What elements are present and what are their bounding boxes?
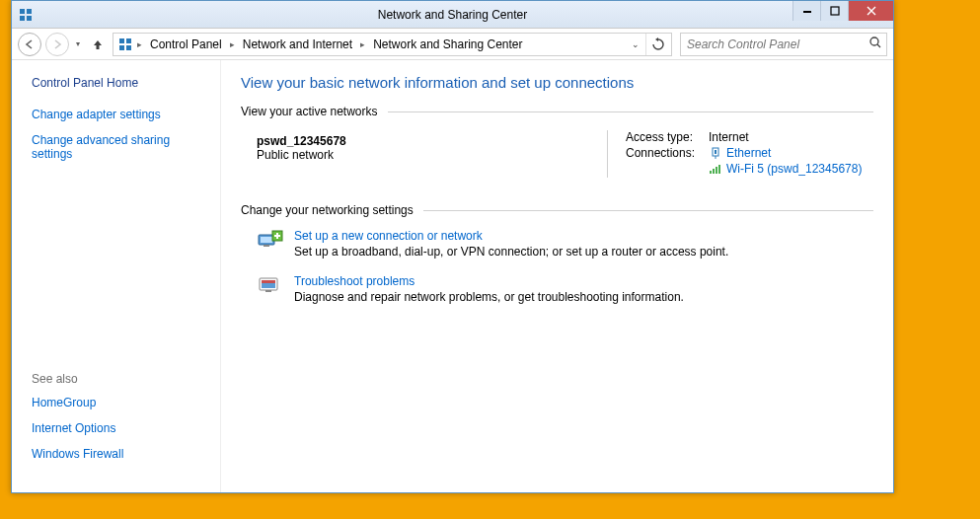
network-type: Public network: [257, 148, 607, 162]
see-also-title: See also: [32, 372, 210, 386]
network-name: pswd_12345678: [257, 134, 607, 148]
chevron-right-icon[interactable]: ▸: [358, 39, 367, 49]
svg-rect-18: [261, 237, 272, 243]
svg-rect-15: [716, 167, 717, 174]
svg-point-10: [870, 37, 878, 45]
active-networks-header: View your active networks: [241, 105, 873, 118]
setup-connection-task: Set up a new connection or network Set u…: [241, 229, 873, 259]
main-panel: View your basic network information and …: [221, 60, 893, 492]
troubleshoot-icon: [257, 274, 284, 296]
breadcrumb-network-sharing[interactable]: Network and Sharing Center: [369, 36, 526, 53]
change-settings-header: Change your networking settings: [241, 203, 873, 217]
search-icon[interactable]: [868, 36, 882, 52]
troubleshoot-link[interactable]: Troubleshoot problems: [294, 274, 415, 288]
svg-rect-12: [715, 150, 716, 154]
breadcrumb-control-panel[interactable]: Control Panel: [146, 36, 226, 53]
troubleshoot-task: Troubleshoot problems Diagnose and repai…: [241, 274, 873, 304]
forward-button[interactable]: [45, 33, 69, 56]
sidebar: Control Panel Home Change adapter settin…: [12, 60, 221, 492]
maximize-button[interactable]: [820, 1, 848, 21]
network-sharing-icon: [18, 7, 34, 23]
svg-rect-7: [126, 38, 131, 43]
svg-rect-0: [20, 9, 25, 14]
titlebar: Network and Sharing Center: [12, 1, 893, 29]
change-settings-label: Change your networking settings: [241, 203, 414, 217]
network-sharing-icon: [117, 37, 133, 52]
window-controls: [792, 1, 893, 21]
svg-rect-24: [265, 290, 271, 292]
control-panel-home-link[interactable]: Control Panel Home: [32, 76, 210, 90]
history-dropdown[interactable]: ▾: [73, 34, 83, 55]
svg-rect-5: [831, 7, 839, 15]
search-input[interactable]: [685, 37, 868, 52]
wifi-link[interactable]: Wi-Fi 5 (pswd_12345678): [726, 162, 862, 176]
troubleshoot-desc: Diagnose and repair network problems, or…: [294, 290, 873, 304]
network-details: Access type: Internet Connections: Ether…: [607, 130, 873, 178]
change-adapter-settings-link[interactable]: Change adapter settings: [32, 108, 210, 121]
address-bar[interactable]: ▸ Control Panel ▸ Network and Internet ▸…: [113, 33, 672, 56]
page-title: View your basic network information and …: [241, 74, 873, 91]
active-networks-section: pswd_12345678 Public network Access type…: [241, 130, 873, 178]
chevron-right-icon[interactable]: ▸: [135, 39, 144, 49]
access-type-value: Internet: [709, 130, 749, 144]
breadcrumb-network-internet[interactable]: Network and Internet: [239, 36, 356, 53]
windows-firewall-link[interactable]: Windows Firewall: [32, 447, 210, 461]
wifi-icon: [709, 162, 722, 176]
svg-rect-14: [713, 169, 715, 174]
up-button[interactable]: [87, 34, 109, 55]
internet-options-link[interactable]: Internet Options: [32, 421, 210, 435]
svg-rect-8: [119, 45, 124, 50]
refresh-button[interactable]: [645, 34, 669, 55]
svg-rect-19: [264, 245, 269, 247]
close-button[interactable]: [848, 1, 893, 21]
svg-rect-9: [126, 45, 131, 50]
minimize-button[interactable]: [792, 1, 820, 21]
setup-connection-desc: Set up a broadband, dial-up, or VPN conn…: [294, 245, 873, 259]
svg-rect-23: [262, 280, 275, 283]
search-box[interactable]: [680, 33, 887, 56]
setup-connection-link[interactable]: Set up a new connection or network: [294, 229, 483, 243]
back-button[interactable]: [18, 33, 41, 56]
ethernet-icon: [709, 146, 722, 160]
access-type-label: Access type:: [626, 130, 709, 144]
change-advanced-sharing-link[interactable]: Change advanced sharing settings: [32, 133, 210, 161]
svg-rect-16: [718, 165, 720, 174]
active-networks-label: View your active networks: [241, 105, 378, 118]
navigation-bar: ▾ ▸ Control Panel ▸ Network and Internet…: [12, 29, 893, 60]
chevron-down-icon[interactable]: ⌄: [626, 39, 645, 49]
setup-connection-icon: [257, 229, 284, 251]
svg-rect-1: [27, 9, 32, 14]
svg-rect-4: [803, 11, 811, 13]
content-area: Control Panel Home Change adapter settin…: [12, 60, 893, 492]
svg-rect-6: [119, 38, 124, 43]
see-also-section: See also HomeGroup Internet Options Wind…: [32, 372, 210, 482]
connections-label: Connections:: [626, 146, 709, 160]
ethernet-link[interactable]: Ethernet: [726, 146, 771, 160]
svg-rect-13: [710, 171, 712, 174]
window: Network and Sharing Center ▾: [11, 0, 894, 493]
svg-rect-3: [27, 16, 32, 21]
divider: [388, 111, 873, 112]
chevron-right-icon[interactable]: ▸: [228, 39, 237, 49]
svg-rect-2: [20, 16, 25, 21]
network-info: pswd_12345678 Public network: [257, 130, 607, 178]
window-title: Network and Sharing Center: [12, 8, 893, 22]
divider: [423, 210, 873, 211]
homegroup-link[interactable]: HomeGroup: [32, 396, 210, 409]
